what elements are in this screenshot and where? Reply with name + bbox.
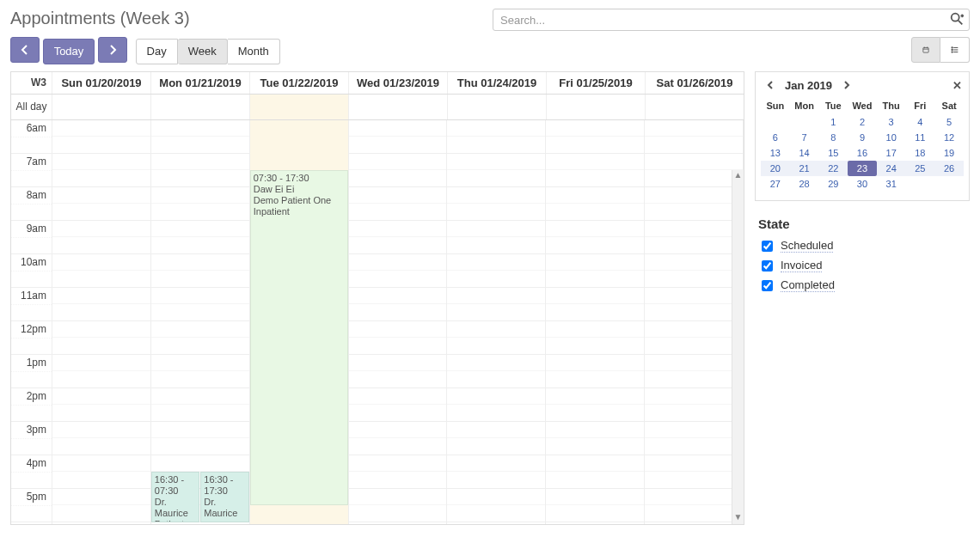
minical-prev[interactable] — [763, 79, 778, 91]
hour-label: 9am — [11, 221, 52, 254]
minical-day[interactable]: 4 — [906, 114, 935, 130]
state-label: Completed — [781, 278, 835, 292]
scroll-up-icon[interactable]: ▲ — [732, 170, 744, 182]
view-week[interactable]: Week — [178, 39, 228, 64]
scroll-down-icon[interactable]: ▼ — [732, 512, 744, 524]
allday-cell[interactable] — [448, 95, 547, 119]
minical-day[interactable]: 2 — [848, 114, 877, 130]
state-item[interactable]: Invoiced — [758, 256, 966, 276]
minical-day[interactable]: 19 — [934, 145, 964, 161]
minical-day[interactable]: 7 — [790, 130, 819, 145]
view-month[interactable]: Month — [228, 39, 280, 64]
day-column[interactable] — [151, 120, 250, 524]
state-title: State — [758, 217, 966, 231]
view-day[interactable]: Day — [136, 39, 178, 64]
day-header[interactable]: Mon 01/21/2019 — [151, 72, 250, 94]
minical-day[interactable]: 31 — [877, 176, 906, 192]
state-item[interactable]: Scheduled — [758, 236, 966, 256]
minical-day[interactable]: 3 — [877, 114, 906, 130]
minical-day[interactable]: 22 — [818, 161, 848, 176]
calendar-event[interactable]: 16:30 - 17:30Dr. Maurice — [200, 472, 248, 522]
day-header[interactable]: Thu 01/24/2019 — [448, 72, 547, 94]
allday-cell[interactable] — [349, 95, 448, 119]
next-button[interactable] — [98, 37, 127, 63]
today-button[interactable]: Today — [43, 39, 95, 64]
minical-day[interactable]: 11 — [906, 130, 935, 145]
minical-day[interactable]: 28 — [790, 176, 819, 192]
allday-cell[interactable] — [250, 95, 349, 119]
event-line: Dr. Maurice — [155, 497, 196, 519]
minical-day[interactable]: 1 — [818, 114, 848, 130]
minical-day[interactable]: 25 — [906, 161, 935, 176]
allday-cell[interactable] — [547, 95, 646, 119]
day-header[interactable]: Sat 01/26/2019 — [646, 72, 744, 94]
calendar-icon — [922, 44, 929, 56]
state-checkbox[interactable] — [762, 241, 773, 252]
minical-day[interactable]: 12 — [934, 130, 964, 145]
minical-day — [790, 114, 819, 130]
minical-day[interactable]: 26 — [934, 161, 964, 176]
minical-day[interactable]: 21 — [790, 161, 819, 176]
day-header[interactable]: Tue 01/22/2019 — [250, 72, 349, 94]
allday-cell[interactable] — [151, 95, 250, 119]
prev-button[interactable] — [10, 37, 40, 63]
minical-day[interactable]: 13 — [761, 145, 790, 161]
minical-day[interactable]: 23 — [848, 161, 877, 176]
search-input[interactable] — [493, 9, 970, 31]
minical-day[interactable]: 17 — [877, 145, 906, 161]
hour-label: 1pm — [11, 355, 52, 388]
day-column[interactable] — [447, 120, 546, 524]
page-title: Appointments (Week 3) — [10, 9, 190, 28]
minical-day[interactable]: 6 — [761, 130, 790, 145]
day-column[interactable] — [546, 120, 645, 524]
minical-day[interactable]: 27 — [761, 176, 790, 192]
state-item[interactable]: Completed — [758, 276, 966, 296]
minical-day — [934, 176, 964, 192]
minical-day[interactable]: 24 — [877, 161, 906, 176]
hour-label: 6am — [11, 120, 52, 154]
minical-day[interactable]: 8 — [818, 130, 848, 145]
allday-cell[interactable] — [646, 95, 744, 119]
state-checkbox[interactable] — [762, 260, 773, 272]
day-header[interactable]: Wed 01/23/2019 — [349, 72, 448, 94]
allday-cell[interactable] — [52, 95, 151, 119]
minical-day[interactable]: 18 — [906, 145, 935, 161]
state-filter: State ScheduledInvoicedCompleted — [755, 217, 970, 296]
calendar-mode-button[interactable] — [911, 37, 940, 63]
minical-day[interactable]: 20 — [761, 161, 790, 176]
minical-dow: Wed — [848, 97, 877, 114]
hour-label: 12pm — [11, 321, 52, 355]
state-checkbox[interactable] — [762, 280, 773, 291]
minical-close[interactable]: ✕ — [952, 79, 962, 92]
list-mode-button[interactable] — [940, 37, 970, 63]
minical-dow: Sun — [761, 97, 790, 114]
svg-point-0 — [952, 14, 959, 21]
hour-label: 4pm — [11, 455, 52, 489]
vertical-scrollbar[interactable]: ▲ ▼ — [732, 170, 744, 524]
minical-next[interactable] — [839, 79, 854, 91]
minical-day[interactable]: 16 — [848, 145, 877, 161]
calendar-event[interactable]: 16:30 - 07:30Dr. MauricePatient Ne — [151, 472, 199, 522]
minical-day[interactable]: 9 — [848, 130, 877, 145]
day-header[interactable]: Fri 01/25/2019 — [547, 72, 646, 94]
state-label: Scheduled — [781, 239, 833, 253]
minical-day[interactable]: 30 — [848, 176, 877, 192]
search-icon[interactable] — [949, 11, 966, 28]
svg-point-10 — [952, 49, 952, 50]
minical-day[interactable]: 15 — [818, 145, 848, 161]
event-line: Dr. Maurice — [204, 497, 245, 519]
minical-day[interactable]: 29 — [818, 176, 848, 192]
minical-day[interactable]: 14 — [790, 145, 819, 161]
svg-point-12 — [952, 52, 952, 52]
calendar-event[interactable]: 07:30 - 17:30Daw Ei EiDemo Patient OneIn… — [250, 170, 348, 505]
day-column[interactable] — [645, 120, 744, 524]
day-column[interactable] — [52, 120, 151, 524]
allday-label: All day — [11, 95, 52, 119]
minical-day[interactable]: 10 — [877, 130, 906, 145]
arrow-left-icon — [766, 81, 775, 89]
event-line: Patient Ne — [155, 519, 196, 522]
event-line: Demo Patient One — [254, 195, 345, 206]
minical-day[interactable]: 5 — [934, 114, 964, 130]
day-column[interactable] — [349, 120, 448, 524]
day-header[interactable]: Sun 01/20/2019 — [52, 72, 151, 94]
